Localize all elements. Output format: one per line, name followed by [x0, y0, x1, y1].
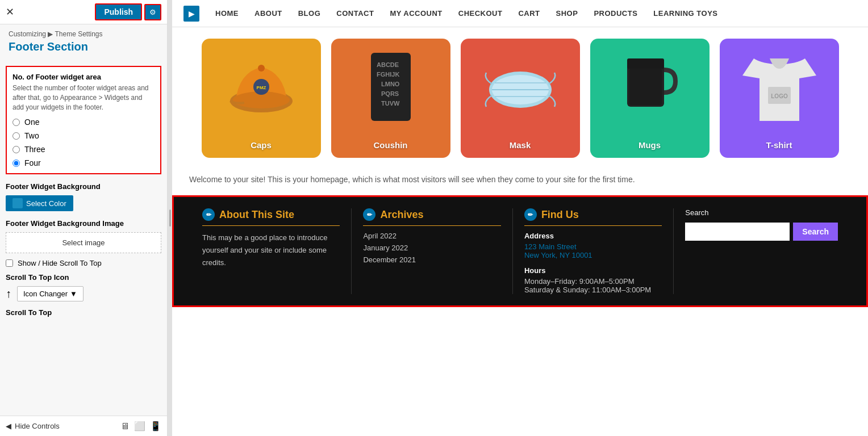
- chevron-down-icon: ▼: [70, 290, 77, 298]
- product-coushin-image: ABCDE FGHIJK LMNO PQRS TUVW: [354, 44, 428, 129]
- product-caps-image: PMZ: [224, 44, 298, 129]
- nav-toggle-button[interactable]: ▶: [183, 6, 199, 22]
- tablet-icon[interactable]: ⬜: [134, 421, 145, 431]
- footer-col-about-body: This may be a good place to introduce yo…: [202, 232, 340, 269]
- footer-col-about-title: ✏ About This Site: [202, 208, 340, 226]
- nav-home[interactable]: HOME: [215, 9, 239, 18]
- footer-col-findus-title: ✏ Find Us: [524, 208, 662, 226]
- show-hide-scroll-row: Show / Hide Scroll To Top: [6, 259, 161, 267]
- footer-hours-label: Hours: [524, 266, 662, 275]
- svg-rect-17: [627, 58, 664, 69]
- footer-search-title: Search: [685, 208, 838, 217]
- product-mugs-label: Mugs: [639, 140, 661, 150]
- footer-hours-2: Saturday & Sunday: 11:00AM–3:00PM: [524, 286, 662, 294]
- scroll-to-top-icon-label: Scroll To Top Icon: [6, 273, 161, 282]
- footer-bg-section: Footer Widget Background Select Color: [6, 182, 161, 211]
- footer-search-button[interactable]: Search: [793, 223, 838, 241]
- scroll-to-top-icon-section: Scroll To Top Icon ↑ Icon Changer ▼: [6, 273, 161, 301]
- sidebar-drag-handle[interactable]: [168, 0, 172, 436]
- product-tshirt-label: T-shirt: [766, 140, 792, 150]
- radio-four[interactable]: Four: [12, 158, 155, 167]
- publish-button[interactable]: Publish: [95, 3, 142, 20]
- svg-text:LMNO: LMNO: [381, 81, 400, 87]
- product-grid: PMZ Caps ABCDE FGHIJK LMNO PQRS: [172, 27, 868, 169]
- svg-text:FGHIJK: FGHIJK: [377, 71, 399, 78]
- footer-widget-area-label: No. of Footer widget area: [12, 73, 155, 81]
- nav-checkout[interactable]: CHECKOUT: [458, 9, 503, 18]
- footer-archive-link-0[interactable]: April 2022: [363, 232, 500, 240]
- product-coushin[interactable]: ABCDE FGHIJK LMNO PQRS TUVW Coushin: [331, 39, 450, 158]
- chevron-left-icon: ◀: [6, 422, 11, 430]
- footer-search-row: Search: [685, 223, 838, 241]
- radio-two[interactable]: Two: [12, 131, 155, 140]
- settings-gear-button[interactable]: ⚙: [144, 4, 161, 20]
- svg-text:PMZ: PMZ: [256, 85, 266, 90]
- nav-shop[interactable]: SHOP: [556, 9, 578, 18]
- footer-section: ✏ About This Site This may be a good pla…: [172, 195, 868, 307]
- nav-myaccount[interactable]: MY ACCOUNT: [390, 9, 442, 18]
- desktop-icon[interactable]: 🖥: [120, 421, 130, 431]
- product-mask-image: [483, 44, 557, 129]
- nav-about[interactable]: ABOUT: [254, 9, 282, 18]
- footer-widget-area-panel: No. of Footer widget area Select the num…: [6, 66, 161, 174]
- product-coushin-label: Coushin: [374, 140, 408, 150]
- product-mask-label: Mask: [510, 140, 531, 150]
- footer-address: 123 Main Street: [524, 242, 662, 251]
- radio-three[interactable]: Three: [12, 145, 155, 154]
- arrow-up-icon: ↑: [6, 287, 11, 300]
- footer-search-input[interactable]: [685, 223, 790, 241]
- show-hide-scroll-checkbox[interactable]: [6, 259, 13, 267]
- hide-controls-button[interactable]: ◀ Hide Controls: [6, 422, 60, 430]
- product-caps-label: Caps: [251, 140, 272, 150]
- footer-col-about: ✏ About This Site This may be a good pla…: [191, 208, 352, 294]
- welcome-text: Welcome to your site! This is your homep…: [172, 169, 868, 195]
- select-color-button[interactable]: Select Color: [6, 195, 73, 211]
- mobile-icon[interactable]: 📱: [150, 421, 161, 431]
- product-mugs-image: [613, 44, 687, 129]
- svg-rect-18: [629, 69, 662, 105]
- select-image-button[interactable]: Select image: [6, 232, 161, 253]
- nav-products[interactable]: PRODUCTS: [594, 9, 637, 18]
- footer-col-search: Search Search: [674, 208, 849, 294]
- svg-point-2: [258, 65, 265, 72]
- radio-one[interactable]: One: [12, 118, 155, 127]
- footer-col-archives: ✏ Archives April 2022 January 2022 Decem…: [352, 208, 512, 294]
- website-body: PMZ Caps ABCDE FGHIJK LMNO PQRS: [172, 27, 868, 436]
- footer-bg-image-label: Footer Widget Background Image: [6, 219, 161, 228]
- footer-edit-icon-2[interactable]: ✏: [363, 208, 375, 221]
- footer-address-label: Address: [524, 232, 662, 240]
- breadcrumb: Customizing ▶ Theme Settings: [0, 24, 167, 40]
- color-swatch: [12, 198, 23, 208]
- footer-edit-icon-3[interactable]: ✏: [524, 208, 537, 221]
- footer-archive-link-2[interactable]: December 2021: [363, 255, 500, 264]
- footer-col-findus: ✏ Find Us Address 123 Main Street New Yo…: [513, 208, 674, 294]
- footer-hours-1: Monday–Friday: 9:00AM–5:00PM: [524, 277, 662, 286]
- product-tshirt[interactable]: LOGO T-shirt: [720, 39, 839, 158]
- footer-widget-area-desc: Select the number of footer widget areas…: [12, 83, 155, 112]
- navbar: ▶ HOME ABOUT BLOG CONTACT MY ACCOUNT CHE…: [172, 0, 868, 27]
- footer-bg-image-section: Footer Widget Background Image Select im…: [6, 219, 161, 253]
- footer-city: New York, NY 10001: [524, 251, 662, 259]
- product-caps[interactable]: PMZ Caps: [202, 39, 321, 158]
- scroll-to-top-section-label: Scroll To Top: [6, 308, 161, 317]
- show-hide-scroll-label: Show / Hide Scroll To Top: [18, 259, 102, 267]
- section-title: Footer Section: [0, 40, 167, 59]
- footer-widget-area-options: One Two Three Four: [12, 118, 155, 167]
- svg-text:LOGO: LOGO: [771, 93, 788, 99]
- svg-text:ABCDE: ABCDE: [377, 61, 399, 68]
- icon-changer-button[interactable]: Icon Changer ▼: [17, 286, 84, 301]
- footer-archive-link-1[interactable]: January 2022: [363, 244, 500, 252]
- drag-visual: [169, 209, 171, 227]
- footer-col-archives-title: ✏ Archives: [363, 208, 500, 226]
- close-button[interactable]: ✕: [6, 6, 14, 18]
- product-mugs[interactable]: Mugs: [590, 39, 710, 158]
- nav-blog[interactable]: BLOG: [298, 9, 321, 18]
- nav-cart[interactable]: CART: [518, 9, 540, 18]
- footer-edit-icon-1[interactable]: ✏: [202, 208, 215, 221]
- footer-bg-label: Footer Widget Background: [6, 182, 161, 191]
- nav-contact[interactable]: CONTACT: [336, 9, 374, 18]
- nav-learning-toys[interactable]: LEARNING TOYS: [653, 9, 717, 18]
- product-mask[interactable]: Mask: [461, 39, 580, 158]
- svg-text:PQRS: PQRS: [381, 90, 399, 97]
- product-tshirt-image: LOGO: [742, 44, 816, 129]
